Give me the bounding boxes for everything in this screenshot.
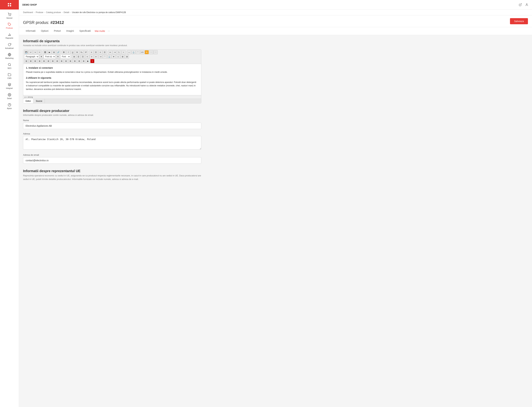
tab-imagini[interactable]: Imagini — [63, 27, 76, 35]
rte-btn-cut[interactable]: ✂ — [38, 50, 42, 54]
tab-more-dots[interactable]: ··· — [106, 27, 111, 35]
tab-informatii[interactable]: Informatii — [23, 27, 38, 35]
sidebar-item-seo[interactable]: SEO — [0, 61, 19, 71]
rte-btn-3-14[interactable]: ⊞ — [82, 59, 86, 63]
rte-btn-ol[interactable]: 1. — [117, 50, 121, 54]
rte-btn-media[interactable]: ▶ — [47, 50, 52, 54]
rte-btn-3-16[interactable]: V — [90, 59, 94, 63]
rte-para-2: Nu supraincarcati tamburul peste capacit… — [26, 80, 198, 91]
rte-btn-blockquote[interactable]: " — [136, 50, 140, 54]
rte-content-area[interactable]: 1. Instalare si conectare Plasati masina… — [23, 64, 201, 95]
user-icon[interactable] — [525, 3, 529, 7]
rte-btn-3-2[interactable]: ⊞ — [29, 59, 33, 63]
breadcrumb-dashboard[interactable]: Dashboard — [23, 11, 33, 14]
rte-tab-editor[interactable]: Editor — [23, 99, 33, 103]
rte-btn-ul[interactable]: • — [122, 50, 126, 54]
rte-btn-image[interactable]: 🖼 — [43, 50, 47, 54]
app-logo[interactable] — [0, 0, 19, 9]
rte-btn-2-1[interactable]: ⊞ — [72, 55, 76, 59]
rte-toolbar-row-2: Paragraph ▼ Font size ▼ Font ⊞ — [24, 55, 200, 59]
rte-paragraph-select[interactable]: Paragraph — [24, 55, 39, 59]
rte-btn-3-8[interactable]: ⊞ — [55, 59, 59, 63]
rte-btn-underline[interactable]: U — [71, 50, 75, 54]
rte-para-1: Plasati masina pe o suprafata stabila si… — [26, 70, 198, 74]
rte-font-select[interactable]: Font — [60, 55, 70, 59]
rte-btn-save[interactable]: 💾 — [24, 50, 28, 54]
rte-btn-3-10[interactable]: ⊞ — [64, 59, 68, 63]
breadcrumb-produse[interactable]: Produse — [36, 11, 43, 14]
rte-btn-2-9[interactable]: ⚓ — [107, 55, 111, 59]
rte-btn-3-11[interactable]: ⊞ — [68, 59, 72, 63]
rte-btn-undo[interactable]: ↩ — [29, 50, 33, 54]
rte-btn-3-4[interactable]: ⊞ — [38, 59, 42, 63]
rte-btn-3-1[interactable]: ⊞ — [24, 59, 28, 63]
rte-btn-3-15[interactable]: ▶ — [86, 59, 90, 63]
rte-btn-align-center[interactable]: ☰ — [94, 50, 98, 54]
sidebar-item-marketing[interactable]: Marketing — [0, 51, 19, 61]
rte-btn-align-left[interactable]: ≡ — [90, 50, 93, 54]
rte-btn-link[interactable]: 🔗 — [56, 50, 60, 54]
rte-btn-hr[interactable]: — — [127, 50, 131, 54]
rte-btn-2-11[interactable]: ☺ — [116, 55, 120, 59]
sidebar-item-vanzari[interactable]: Vanzari — [0, 11, 19, 21]
rte-btn-color[interactable]: A — [145, 50, 149, 54]
rte-btn-code[interactable]: </> — [140, 50, 144, 54]
rte-btn-2-6[interactable]: ⇤ — [94, 55, 98, 59]
rte-btn-2-3[interactable]: ☰ — [81, 55, 85, 59]
rte-btn-3-13[interactable]: ⊞ — [77, 59, 81, 63]
producer-address-input[interactable]: Al. Powstancow Slaskich 26, 30-570 Krako… — [23, 136, 201, 149]
rte-btn-2-5[interactable]: ≡ — [90, 55, 94, 59]
tab-mai-multe[interactable]: Mai multe — [93, 27, 106, 35]
breadcrumb-detalii[interactable]: Detalii — [63, 11, 69, 14]
rte-btn-strike[interactable]: S — [75, 50, 79, 54]
rte-btn-3-7[interactable]: ⊞ — [51, 59, 55, 63]
rte-btn-3-9[interactable]: ⊞ — [60, 59, 63, 63]
rte-btn-bold[interactable]: B — [62, 50, 66, 54]
rte-btn-align-justify[interactable]: ☰ — [103, 50, 107, 54]
rte-btn-3-3[interactable]: ⊞ — [33, 59, 37, 63]
rte-btn-more1[interactable]: ⋯ — [149, 50, 153, 54]
eu-section: Informatii despre reprezentantul UE Repr… — [23, 169, 201, 181]
sidebar-item-setari[interactable]: Setari — [0, 91, 19, 101]
safety-section: Informatii de siguranta Aceasta va inclu… — [23, 39, 201, 103]
rte-fontsize-arrow[interactable]: ▼ — [56, 55, 60, 59]
rte-btn-redo[interactable]: ↪ — [33, 50, 37, 54]
rte-btn-superscript[interactable]: X² — [84, 50, 88, 54]
rte-btn-2-7[interactable]: ⇥ — [99, 55, 103, 59]
rte-btn-2-2[interactable]: ☰ — [76, 55, 80, 59]
rte-para-arrow[interactable]: ▼ — [39, 55, 43, 59]
rte-btn-2-4[interactable]: ≡ — [85, 55, 89, 59]
rte-btn-more2[interactable]: ⋯ — [153, 50, 158, 54]
rte-btn-2-13[interactable]: ⊞ — [125, 55, 129, 59]
rte-btn-table[interactable]: ⊞ — [52, 50, 56, 54]
sidebar-item-integrari[interactable]: Integrari — [0, 81, 19, 91]
rte-btn-italic[interactable]: I — [66, 50, 70, 54]
tab-optiuni[interactable]: Optiuni — [38, 27, 51, 35]
producer-email-input[interactable] — [23, 157, 201, 164]
tab-preturi[interactable]: Preturi — [51, 27, 63, 35]
rte-btn-3-5[interactable]: ⊞ — [42, 59, 46, 63]
rte-fontsize-select[interactable]: Font size — [44, 55, 56, 59]
sidebar-item-cms[interactable]: CMS — [0, 71, 19, 81]
rte-btn-3-6[interactable]: ⊞ — [46, 59, 50, 63]
rte-btn-anchor[interactable]: ⚓ — [131, 50, 136, 54]
save-button[interactable]: Salveaza — [510, 18, 528, 24]
sidebar-item-rapoarte[interactable]: Rapoarte — [0, 31, 19, 41]
rte-btn-indent[interactable]: ⇥ — [113, 50, 117, 54]
cart-icon — [8, 13, 11, 16]
sidebar-item-ajutor[interactable]: Ajutor — [0, 101, 19, 111]
rte-btn-2-10[interactable]: ♥ — [112, 55, 116, 59]
sidebar-item-actualizari[interactable]: Actualizari — [0, 41, 19, 51]
tab-specificatii[interactable]: Specificatii — [76, 27, 93, 35]
rte-btn-2-12[interactable]: ⊞ — [121, 55, 124, 59]
sidebar-item-produse[interactable]: Produse — [0, 21, 19, 31]
breadcrumb-catalog[interactable]: Catalog produse — [46, 11, 61, 14]
rte-btn-2-8[interactable]: " — [103, 55, 107, 59]
producer-name-input[interactable] — [23, 123, 201, 129]
rte-btn-align-right[interactable]: ≡ — [98, 50, 102, 54]
rte-btn-3-12[interactable]: ⊞ — [73, 59, 77, 63]
rte-btn-outdent[interactable]: ⇤ — [108, 50, 112, 54]
external-link-icon[interactable] — [518, 3, 522, 7]
rte-btn-subscript[interactable]: X₂ — [79, 50, 84, 54]
rte-tab-source[interactable]: Source — [33, 99, 45, 103]
